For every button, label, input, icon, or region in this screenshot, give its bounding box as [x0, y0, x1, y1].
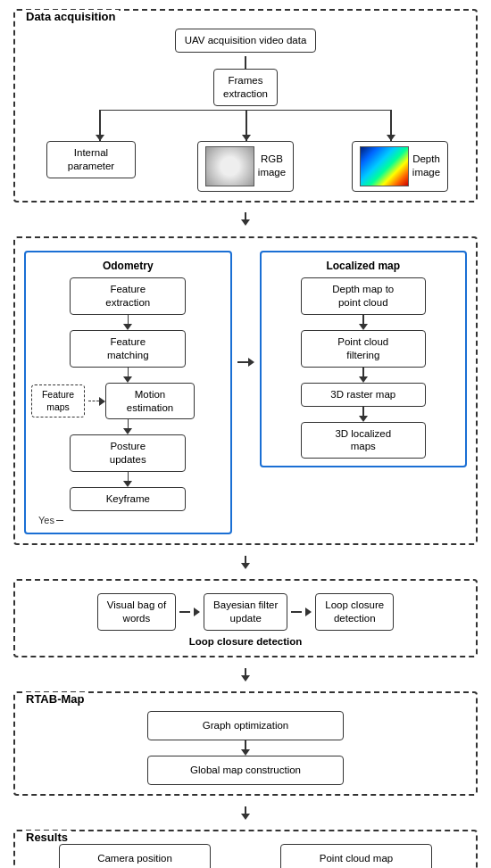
processing-section: Odometry Feature extraction Feature matc… [13, 236, 478, 545]
arrow-s3-s4 [13, 665, 478, 684]
raster-map-box: 3D raster map [301, 383, 426, 407]
results-label: Results [22, 831, 71, 844]
loop-closure-box: Loop closure detection [315, 593, 394, 631]
lc-row: Visual bag of words Bayesian filter upda… [24, 593, 467, 631]
depth-col: Depth image [337, 141, 462, 192]
arrow-line-vb [179, 611, 190, 613]
uav-box-row: UAV acquisition video data [24, 29, 467, 53]
graph-optimization-box: Graph optimization [147, 711, 344, 740]
rtab-flow: Graph optimization Global map constructi… [24, 711, 467, 785]
arrow-s4-s5 [13, 803, 478, 823]
depth-label: Depth image [412, 153, 440, 179]
arrow-s1-s2 [13, 210, 478, 229]
lc-label: Loop closure detection [24, 636, 467, 647]
data-acquisition-section: Data acquisition UAV acquisition video d… [13, 9, 478, 203]
s2-inner: Odometry Feature extraction Feature matc… [24, 251, 467, 534]
arrow-line-bf [291, 611, 302, 613]
odometry-panel: Odometry Feature extraction Feature matc… [24, 251, 232, 534]
internal-param-box: Internal parameter [46, 141, 136, 178]
arrow-uav-frames [24, 56, 467, 69]
feature-matching-box: Feature matching [70, 330, 186, 368]
cloud-filtering-box: Point cloud filtering [301, 330, 426, 368]
depth-image-box: Depth image [352, 141, 448, 192]
arrow-right-bf [305, 608, 312, 616]
motion-arrows [31, 419, 225, 434]
internal-param-col: Internal parameter [29, 141, 154, 178]
odometry-title: Odometry [31, 260, 225, 272]
point-cloud-map-box: Point cloud map [280, 844, 432, 868]
uav-box: UAV acquisition video data [175, 29, 317, 53]
arrow-right-motion [99, 397, 105, 406]
rgb-image-preview [205, 146, 254, 186]
data-acquisition-label: Data acquisition [22, 10, 119, 23]
odo-flow: Feature extraction Feature matching Feat… [31, 277, 225, 525]
yes-arrow: Yes [38, 515, 63, 525]
main-container: Data acquisition UAV acquisition video d… [13, 9, 478, 868]
feature-extraction-box: Feature extraction [70, 277, 186, 315]
depth-image-preview [360, 146, 409, 186]
loop-closure-section: Visual bag of words Bayesian filter upda… [13, 579, 478, 657]
motion-row: Feature maps Motion estimation [31, 383, 225, 420]
rgb-image-box: RGB image [197, 141, 294, 192]
arrow-right-vb [194, 608, 200, 616]
arrow-s2-s3 [13, 552, 478, 572]
rtab-map-section: RTAB-Map Graph optimization Global map c… [13, 691, 478, 796]
results-section: Results Camera position Point cloud map [13, 830, 478, 868]
frames-box-row: Frames extraction [24, 69, 467, 106]
dotted-arrow-line [88, 401, 99, 402]
motion-estimation-box: Motion estimation [105, 383, 195, 420]
odo-to-loc-arrow [237, 251, 254, 367]
s1-bottom: Internal parameter RGB image Depth image [24, 141, 467, 192]
visual-bag-box: Visual bag of words [97, 593, 176, 631]
yes-label: Yes [38, 515, 54, 525]
feature-maps-box: Feature maps [31, 384, 85, 417]
depth-to-cloud-box: Depth map to point cloud [301, 277, 426, 315]
posture-updates-box: Posture updates [70, 434, 186, 472]
rgb-label: RGB image [258, 153, 286, 179]
global-map-box: Global map construction [147, 756, 344, 785]
localized-title: Localized map [267, 260, 461, 272]
bayesian-box: Bayesian filter update [204, 593, 287, 631]
rgb-col: RGB image [183, 141, 308, 192]
feature-maps-area: Feature maps [31, 384, 85, 417]
frames-extraction-box: Frames extraction [213, 69, 278, 106]
localized-panel: Localized map Depth map to point cloud P… [260, 251, 468, 468]
results-row: Camera position Point cloud map [24, 844, 467, 868]
three-way-arrows [24, 110, 467, 141]
keyframe-box: Keyframe [70, 487, 186, 511]
camera-position-box: Camera position [59, 844, 211, 868]
localized-maps-box: 3D localized maps [301, 422, 426, 459]
loc-flow: Depth map to point cloud Point cloud fil… [267, 277, 461, 459]
rtab-map-label: RTAB-Map [22, 692, 87, 706]
